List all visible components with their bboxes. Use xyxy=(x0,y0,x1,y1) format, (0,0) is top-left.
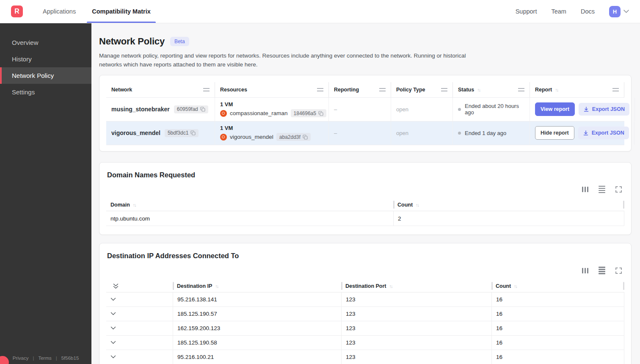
destination-port-cell: 123 xyxy=(341,307,491,321)
column-header-status[interactable]: Status ↑↓ xyxy=(452,82,530,97)
copy-icon[interactable] xyxy=(318,111,323,116)
sort-icon[interactable]: ↑↓ xyxy=(514,284,517,289)
count-cell: 16 xyxy=(491,321,624,335)
brand-logo[interactable]: R xyxy=(11,6,23,17)
status-dot-icon xyxy=(458,108,461,111)
networks-table-card: Network Resources Reporting Policy Type … xyxy=(99,75,632,152)
view-report-button[interactable]: View report xyxy=(535,102,575,116)
primary-tabs: Applications Compatibility Matrix xyxy=(35,0,159,23)
status-cell: Ended 1 day ago xyxy=(452,121,530,145)
reporting-cell: – xyxy=(328,98,391,121)
export-json-button[interactable]: Export JSON xyxy=(578,127,629,139)
support-link[interactable]: Support xyxy=(516,8,537,15)
sort-icon[interactable]: ↑↓ xyxy=(477,87,480,92)
expand-all-icon[interactable] xyxy=(113,283,119,289)
export-json-button[interactable]: Export JSON xyxy=(579,103,629,116)
column-header-destination-ip[interactable]: Destination IP ↑↓ xyxy=(173,280,341,292)
privacy-link[interactable]: Privacy xyxy=(13,356,29,361)
fullscreen-icon[interactable] xyxy=(615,186,622,193)
tab-applications[interactable]: Applications xyxy=(39,0,80,23)
destination-ip-cell: 95.216.100.21 xyxy=(173,350,341,364)
chevron-down-icon xyxy=(110,312,116,315)
columns-icon[interactable] xyxy=(582,187,589,192)
sidebar-item-history[interactable]: History xyxy=(0,51,91,67)
row-expander[interactable] xyxy=(106,292,173,306)
sidebar-footer: Privacy | Terms | 5f56b15 xyxy=(0,356,91,361)
domains-table-header: Domain ↑↓ Count ↑↓ xyxy=(106,199,624,211)
column-header-destination-port[interactable]: Destination Port ↑↓ xyxy=(341,280,491,292)
column-resize-handle-icon[interactable] xyxy=(441,88,447,91)
status-text: Ended 1 day ago xyxy=(465,130,506,136)
resource-name: vigorous_mendel xyxy=(230,134,273,140)
resource-id-badge: 184696a5 xyxy=(291,109,326,117)
column-header-domain[interactable]: Domain ↑↓ xyxy=(106,199,393,211)
column-header-network[interactable]: Network xyxy=(106,82,215,97)
network-table-row[interactable]: musing_stonebraker 60959fad 1 VM compass… xyxy=(106,97,624,121)
network-cell: musing_stonebraker 60959fad xyxy=(106,98,215,121)
tab-compatibility-matrix[interactable]: Compatibility Matrix xyxy=(88,0,155,23)
policy-type-cell: open xyxy=(391,121,452,145)
row-expander[interactable] xyxy=(106,321,173,335)
column-header-resources[interactable]: Resources xyxy=(215,82,328,97)
avatar[interactable]: H xyxy=(609,6,621,17)
sort-icon[interactable]: ↑↓ xyxy=(215,284,218,289)
column-header-reporting[interactable]: Reporting xyxy=(328,82,391,97)
copy-icon[interactable] xyxy=(190,130,196,135)
column-header-policy-type[interactable]: Policy Type xyxy=(391,82,452,97)
status-cell: Ended about 20 hours ago xyxy=(452,98,530,121)
column-header-report[interactable]: Report ↑↓ xyxy=(530,82,624,97)
docs-link[interactable]: Docs xyxy=(581,8,595,15)
networks-table-header: Network Resources Reporting Policy Type … xyxy=(106,82,624,97)
destination-ip-cell: 185.125.190.57 xyxy=(173,307,341,321)
domain-table-row[interactable]: ntp.ubuntu.com 2 xyxy=(106,211,624,226)
copy-icon[interactable] xyxy=(200,107,205,112)
resources-summary: 1 VM xyxy=(220,125,233,131)
destination-port-cell: 123 xyxy=(341,336,491,350)
sort-icon[interactable]: ↑↓ xyxy=(389,284,392,289)
hide-report-button[interactable]: Hide report xyxy=(535,126,574,140)
sidebar-item-network-policy[interactable]: Network Policy xyxy=(0,67,91,84)
row-expander[interactable] xyxy=(106,350,173,364)
sidebar-item-settings[interactable]: Settings xyxy=(0,84,91,100)
destination-table-row[interactable]: 162.159.200.123 123 16 xyxy=(106,321,624,336)
count-cell: 16 xyxy=(491,336,624,350)
columns-icon[interactable] xyxy=(582,268,589,273)
user-menu[interactable]: H xyxy=(609,6,629,17)
column-resize-handle-icon[interactable] xyxy=(317,88,323,91)
row-expander[interactable] xyxy=(106,307,173,321)
footer-divider: | xyxy=(33,356,34,361)
page-description: Manage network policy, reporting and vie… xyxy=(99,52,472,69)
column-header-count[interactable]: Count ↑↓ xyxy=(491,280,624,292)
destination-table-row[interactable]: 95.216.100.21 123 16 xyxy=(106,350,624,364)
sidebar-item-overview[interactable]: Overview xyxy=(0,34,91,51)
page-head: Network Policy Beta xyxy=(99,36,632,47)
row-density-icon[interactable] xyxy=(599,267,605,274)
resources-cell: 1 VM compassionate_raman 184696a5 xyxy=(215,98,328,121)
chevron-down-icon xyxy=(110,326,116,330)
destination-table-row[interactable]: 185.125.190.57 123 16 xyxy=(106,307,624,321)
fullscreen-icon[interactable] xyxy=(615,267,622,274)
download-icon xyxy=(583,130,589,136)
column-resize-handle-icon[interactable] xyxy=(518,88,524,91)
footer-divider: | xyxy=(56,356,57,361)
column-resize-handle-icon[interactable] xyxy=(379,88,386,91)
sort-icon[interactable]: ↑↓ xyxy=(416,202,419,207)
destination-table-row[interactable]: 185.125.190.58 123 16 xyxy=(106,336,624,350)
terms-link[interactable]: Terms xyxy=(38,356,51,361)
row-density-icon[interactable] xyxy=(599,186,605,193)
network-table-row[interactable]: vigorous_mendel 5bdf3dc1 1 VM vigorous_m… xyxy=(106,121,624,145)
column-header-count[interactable]: Count ↑↓ xyxy=(393,199,624,211)
copy-icon[interactable] xyxy=(303,135,308,140)
destination-table-row[interactable]: 95.216.138.141 123 16 xyxy=(106,292,624,307)
column-resize-handle-icon[interactable] xyxy=(612,88,619,91)
sort-icon[interactable]: ↑↓ xyxy=(555,87,558,92)
team-link[interactable]: Team xyxy=(551,8,566,15)
sort-icon[interactable]: ↑↓ xyxy=(133,202,136,207)
destination-port-cell: 123 xyxy=(341,350,491,364)
table-toolbar xyxy=(106,186,622,193)
row-expander[interactable] xyxy=(106,336,173,350)
domain-cell: ntp.ubuntu.com xyxy=(106,211,393,226)
count-cell: 16 xyxy=(491,307,624,321)
network-cell: vigorous_mendel 5bdf3dc1 xyxy=(106,121,215,145)
column-resize-handle-icon[interactable] xyxy=(203,88,210,91)
